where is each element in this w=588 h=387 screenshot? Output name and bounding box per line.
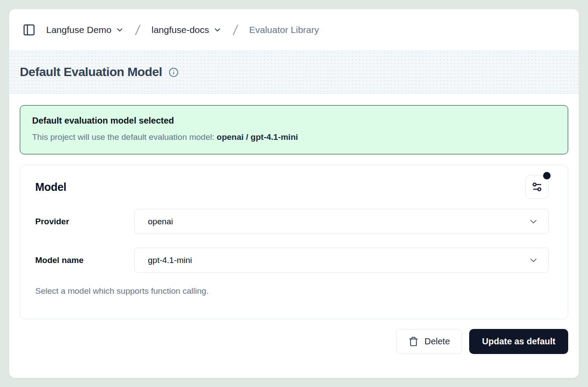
provider-value: openai — [148, 217, 173, 226]
chevron-down-icon — [213, 26, 222, 34]
model-helper-text: Select a model which supports function c… — [35, 286, 549, 296]
update-as-default-button[interactable]: Update as default — [469, 329, 568, 354]
breadcrumb-project-selector[interactable]: langfuse-docs — [151, 25, 222, 35]
delete-button-label: Delete — [424, 336, 450, 347]
trash-icon — [408, 336, 419, 347]
model-name-value: gpt-4.1-mini — [148, 256, 192, 265]
model-name-select[interactable]: gpt-4.1-mini — [134, 248, 549, 273]
action-bar: Delete Update as default — [20, 329, 568, 354]
main-content: Default evaluation model selected This p… — [9, 94, 579, 354]
panel-left-icon — [22, 23, 36, 37]
app-window: Langfuse Demo langfuse-docs Evaluator Li… — [9, 9, 579, 378]
breadcrumb-org-label: Langfuse Demo — [46, 25, 111, 35]
default-model-banner: Default evaluation model selected This p… — [20, 105, 568, 154]
provider-row: Provider openai — [35, 209, 549, 234]
breadcrumb-separator — [132, 23, 143, 37]
model-card-title: Model — [35, 181, 66, 194]
model-name-row: Model name gpt-4.1-mini — [35, 248, 549, 273]
provider-select[interactable]: openai — [134, 209, 549, 234]
sidebar-toggle-button[interactable] — [22, 22, 37, 37]
chevron-down-icon — [115, 26, 124, 34]
breadcrumb-separator — [230, 23, 241, 37]
notification-dot — [543, 172, 551, 179]
chevron-down-icon — [528, 255, 539, 266]
model-card: Model Provider openai — [20, 165, 568, 319]
page-header: Default Evaluation Model — [9, 51, 579, 94]
breadcrumb-project-label: langfuse-docs — [151, 25, 209, 35]
provider-label: Provider — [35, 217, 134, 226]
banner-body: This project will use the default evalua… — [32, 132, 556, 142]
model-name-label: Model name — [35, 256, 134, 265]
model-advanced-settings-button[interactable] — [525, 175, 549, 199]
chevron-down-icon — [528, 216, 539, 227]
page-title: Default Evaluation Model — [20, 65, 162, 79]
info-icon[interactable] — [169, 67, 179, 77]
sliders-settings-icon — [531, 181, 543, 193]
delete-button[interactable]: Delete — [396, 329, 462, 354]
update-button-label: Update as default — [482, 336, 555, 346]
model-card-header: Model — [35, 175, 549, 199]
breadcrumb-org-selector[interactable]: Langfuse Demo — [46, 25, 124, 35]
banner-model-name: openai / gpt-4.1-mini — [217, 132, 298, 142]
banner-title: Default evaluation model selected — [32, 116, 556, 126]
breadcrumb-page-label: Evaluator Library — [249, 25, 319, 35]
banner-body-text: This project will use the default evalua… — [32, 132, 217, 142]
breadcrumb: Langfuse Demo langfuse-docs Evaluator Li… — [9, 9, 579, 51]
